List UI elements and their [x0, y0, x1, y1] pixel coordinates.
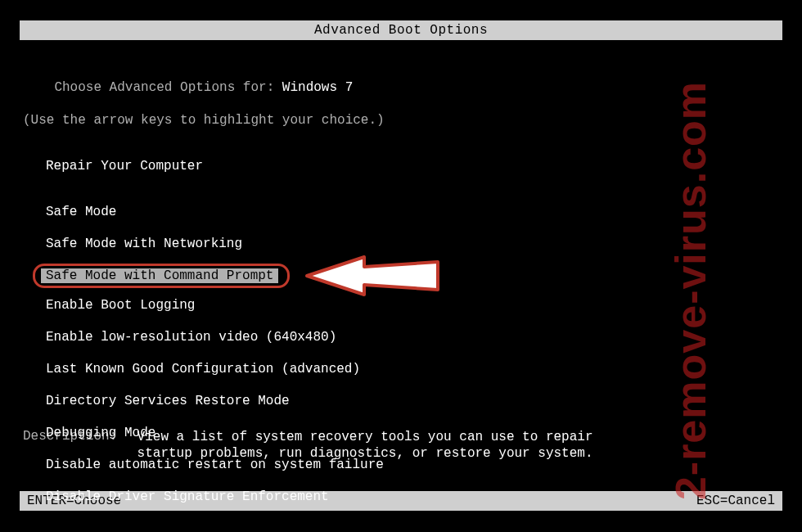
- option-advanced-0[interactable]: Enable Boot Logging: [41, 298, 776, 313]
- option-advanced-2[interactable]: Last Known Good Configuration (advanced): [41, 362, 776, 376]
- hint-line: (Use the arrow keys to highlight your ch…: [23, 113, 776, 128]
- boot-menu: Choose Advanced Options for: Windows 7 (…: [23, 65, 776, 532]
- option-advanced-5[interactable]: Disable automatic restart on system fail…: [41, 458, 776, 472]
- option-safe-mode-0[interactable]: Safe Mode: [41, 205, 776, 219]
- option-group-safemode: Safe ModeSafe Mode with NetworkingSafe M…: [41, 205, 776, 283]
- option-advanced-3[interactable]: Directory Services Restore Mode: [41, 394, 776, 408]
- prompt-label: Choose Advanced Options for:: [54, 80, 282, 95]
- os-name: Windows 7: [282, 80, 353, 95]
- option-advanced-4[interactable]: Debugging Mode: [41, 426, 776, 440]
- page-title: Advanced Boot Options: [20, 21, 782, 39]
- option-group-advanced: Enable Boot LoggingEnable low-resolution…: [41, 298, 776, 519]
- title-panel: Advanced Boot Options: [20, 20, 782, 40]
- option-advanced-6[interactable]: Disable Driver Signature Enforcement: [41, 489, 776, 504]
- option-safe-mode-2[interactable]: Safe Mode with Command Prompt: [41, 268, 278, 283]
- option-safe-mode-1[interactable]: Safe Mode with Networking: [41, 237, 776, 251]
- option-group-repair: Repair Your Computer: [41, 159, 776, 174]
- option-repair-your-computer[interactable]: Repair Your Computer: [41, 159, 776, 174]
- prompt-line: Choose Advanced Options for: Windows 7: [23, 65, 776, 110]
- option-advanced-1[interactable]: Enable low-resolution video (640x480): [41, 330, 776, 345]
